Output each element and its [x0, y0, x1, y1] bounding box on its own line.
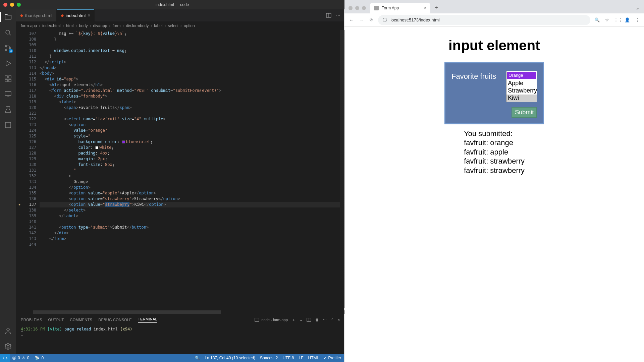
panel-tab-problems[interactable]: PROBLEMS [21, 318, 42, 322]
split-editor-icon[interactable] [326, 13, 331, 18]
titlebar: index.html — code [0, 0, 344, 9]
menu-icon[interactable]: ⋮ [634, 17, 641, 22]
forward-button[interactable]: → [358, 17, 365, 22]
reload-button[interactable]: ⟳ [368, 17, 375, 22]
log-timestamp: 4:32:16 PM [21, 327, 45, 331]
panel-tab-output[interactable]: OUTPUT [48, 318, 64, 322]
breadcrumb-item[interactable]: form [112, 23, 120, 28]
more-actions-icon[interactable]: ⋯ [336, 13, 340, 18]
extensions-icon[interactable]: ⋮⋮ [614, 17, 621, 22]
svg-rect-9 [5, 122, 11, 128]
select-option[interactable]: Apple [506, 80, 537, 87]
terminal-task-label[interactable]: node - form-app [255, 317, 287, 322]
status-encoding[interactable]: UTF-8 [282, 356, 294, 360]
status-formatter[interactable]: ✓ Prettier [324, 356, 341, 360]
new-terminal-icon[interactable]: ＋ [292, 317, 296, 322]
log-file: index.html [94, 327, 118, 331]
address-bar[interactable]: ⓘ localhost:5173/index.html [378, 15, 590, 25]
profile-icon[interactable]: 👤 [624, 17, 631, 22]
source-control-icon[interactable]: 3 [4, 44, 12, 52]
minimap[interactable] [340, 30, 344, 308]
tab-thankyou[interactable]: ◆ thankyou.html [16, 9, 57, 21]
minimize-window-button[interactable] [355, 6, 359, 10]
panel-tab-comments[interactable]: COMMENTS [70, 318, 93, 322]
remote-indicator[interactable] [0, 354, 10, 362]
search-icon[interactable]: 🔍 [195, 356, 200, 360]
output-line: You submitted: [464, 129, 525, 138]
output-line: favfruit: orange [464, 138, 525, 147]
status-errors[interactable]: ⓧ 0 ⚠ 0 [12, 355, 29, 361]
bookmark-icon[interactable]: ☆ [604, 17, 610, 22]
zoom-icon[interactable]: 🔍 [594, 17, 600, 22]
status-ports[interactable]: 📡 0 [35, 356, 44, 360]
activity-bar: 3 [0, 9, 16, 354]
account-icon[interactable] [4, 326, 12, 335]
chevron-down-icon[interactable]: ⌄ [300, 318, 303, 322]
bottom-panel: PROBLEMSOUTPUTCOMMENTSDEBUG CONSOLETERMI… [16, 314, 344, 354]
terminal-output[interactable]: 4:32:16 PM [vite] page reload index.html… [16, 325, 344, 354]
search-icon[interactable] [4, 28, 12, 37]
horizontal-scrollbar[interactable] [16, 310, 344, 314]
explorer-icon[interactable] [4, 13, 12, 21]
status-cursor-pos[interactable]: Ln 137, Col 40 (10 selected) [205, 356, 255, 360]
breadcrumb-item[interactable]: body [79, 23, 88, 28]
select-option[interactable]: Kiwi [506, 95, 537, 102]
code-editor[interactable]: ✦ 10710810911011111211311411511611711811… [16, 30, 344, 314]
maximize-window-button[interactable] [362, 6, 366, 10]
breadcrumb-item[interactable]: form-app [21, 23, 37, 28]
kill-terminal-icon[interactable]: 🗑 [315, 318, 319, 322]
svg-point-2 [5, 49, 7, 51]
split-terminal-icon[interactable] [307, 317, 311, 322]
breadcrumb-item[interactable]: select [168, 23, 178, 28]
breadcrumb-item[interactable]: label [154, 23, 162, 28]
breadcrumb-item[interactable]: html [66, 23, 74, 28]
editor-tabs: ◆ thankyou.html ◆ index.html × ⋯ [16, 9, 344, 21]
new-tab-button[interactable]: + [432, 4, 441, 13]
remote-explorer-icon[interactable] [4, 90, 12, 99]
browser-tab[interactable]: Form App × [370, 3, 430, 13]
breadcrumb-item[interactable]: index.html [42, 23, 61, 28]
breadcrumb-item[interactable]: div.formbody [126, 23, 149, 28]
close-panel-icon[interactable]: × [338, 318, 340, 322]
close-window-button[interactable] [348, 6, 353, 10]
browser-window-controls [347, 6, 369, 13]
output-line: favfruit: apple [464, 147, 525, 157]
expand-tabs-icon[interactable]: » [634, 6, 641, 13]
extra-icon[interactable] [4, 121, 12, 129]
status-spaces[interactable]: Spaces: 2 [260, 356, 278, 360]
panel-tab-debug-console[interactable]: DEBUG CONSOLE [98, 318, 132, 322]
svg-rect-8 [5, 92, 11, 96]
close-tab-icon[interactable]: × [88, 13, 90, 18]
terminal-cursor [21, 331, 23, 336]
favfruit-select[interactable]: OrangeAppleStrawberryKiwi [506, 71, 537, 102]
settings-gear-icon[interactable] [4, 342, 12, 351]
select-option[interactable]: Orange [507, 72, 536, 79]
run-debug-icon[interactable] [4, 59, 12, 68]
window-title: index.html — code [0, 2, 344, 7]
submit-button[interactable]: Submit [512, 107, 537, 118]
html-file-icon: ◆ [20, 13, 23, 18]
status-eol[interactable]: LF [299, 356, 303, 360]
breadcrumbs[interactable]: form-app›index.html›html›body›div#app›fo… [16, 21, 344, 30]
svg-point-1 [5, 45, 7, 47]
site-info-icon[interactable]: ⓘ [383, 17, 387, 23]
tab-label: index.html [66, 13, 86, 18]
status-language[interactable]: HTML [308, 356, 319, 360]
tab-label: thankyou.html [25, 13, 52, 18]
form-container: Favorite fruits OrangeAppleStrawberryKiw… [444, 62, 544, 124]
svg-point-0 [6, 30, 10, 34]
breadcrumb-item[interactable]: option [184, 23, 195, 28]
panel-tab-terminal[interactable]: TERMINAL [138, 317, 157, 323]
maximize-panel-icon[interactable]: ⌃ [331, 318, 334, 322]
field-label: Favorite fruits [451, 71, 496, 81]
testing-icon[interactable] [4, 105, 12, 114]
breadcrumb-item[interactable]: div#app [93, 23, 107, 28]
more-icon[interactable]: ⋯ [323, 318, 327, 322]
back-button[interactable]: ← [348, 17, 355, 22]
url-text: localhost:5173/index.html [390, 17, 440, 22]
tab-index[interactable]: ◆ index.html × [57, 9, 95, 21]
close-tab-icon[interactable]: × [424, 6, 426, 10]
extensions-icon[interactable] [4, 74, 12, 83]
vscode-window: index.html — code 3 [0, 0, 344, 362]
select-option[interactable]: Strawberry [506, 87, 537, 95]
